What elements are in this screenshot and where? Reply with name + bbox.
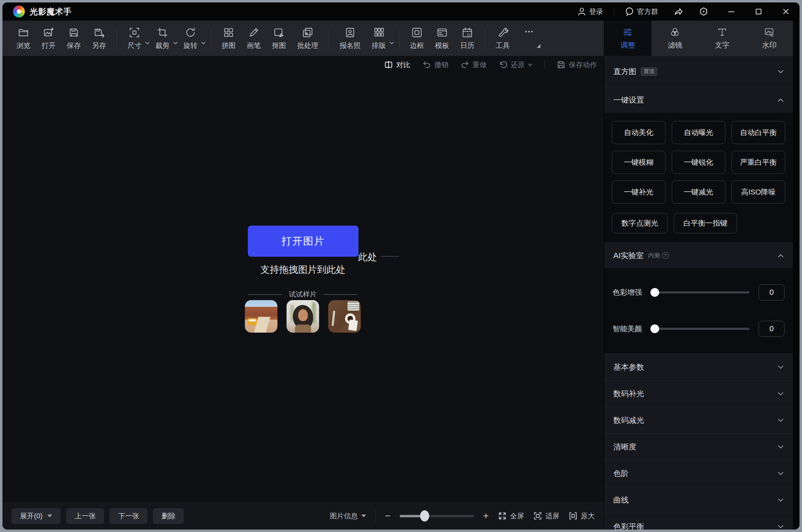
save-button[interactable]: 保存: [61, 24, 86, 52]
save-as-label: 另存: [92, 41, 106, 50]
section-clarity[interactable]: 清晰度: [604, 433, 793, 460]
one-click-dim-light-button[interactable]: 一键减光: [672, 180, 725, 204]
help-circle-icon[interactable]: ?: [662, 252, 669, 259]
zoom-slider[interactable]: [400, 515, 474, 517]
one-click-section-header[interactable]: 一键设置: [604, 87, 793, 113]
settings-gear-button[interactable]: [699, 7, 709, 16]
resize-button[interactable]: 尺寸: [122, 24, 147, 52]
sample-thumbnail-desk[interactable]: [328, 300, 361, 333]
section-digital-fill-light[interactable]: 数码补光: [604, 380, 793, 407]
sample-thumbnail-canyon[interactable]: [245, 300, 278, 333]
login-button[interactable]: 登录: [577, 7, 603, 16]
histogram-title: 直方图: [613, 66, 636, 77]
white-balance-one-key-button[interactable]: 白平衡一指键: [674, 213, 737, 233]
redo-button[interactable]: 重做: [460, 60, 487, 70]
restore-icon: [498, 60, 508, 69]
section-curves[interactable]: 曲线: [604, 487, 793, 513]
smart-beauty-slider[interactable]: [651, 328, 749, 330]
compare-icon: [384, 60, 393, 69]
severe-white-balance-button[interactable]: 严重白平衡: [732, 151, 785, 174]
color-enhance-slider[interactable]: [651, 291, 749, 293]
ai-lab-chevron-up-icon[interactable]: [777, 254, 784, 258]
open-image-button[interactable]: 打开图片: [248, 226, 358, 257]
redo-label: 重做: [473, 60, 487, 70]
close-button[interactable]: [781, 7, 790, 16]
zoom-in-button[interactable]: +: [483, 511, 489, 521]
save-as-button[interactable]: 另存: [86, 24, 112, 52]
save-action-label: 保存动作: [569, 60, 597, 70]
expand-button[interactable]: 展开(0): [12, 508, 61, 524]
compare-button[interactable]: 对比: [384, 60, 410, 70]
previous-image-button[interactable]: 上一张: [66, 508, 104, 524]
sample-thumbnail-portrait[interactable]: [287, 300, 319, 333]
tab-text[interactable]: 文字: [699, 21, 746, 56]
cutout-button[interactable]: 抠图: [266, 24, 292, 52]
auto-exposure-button[interactable]: 自动曝光: [672, 121, 725, 144]
rotate-button[interactable]: 旋转: [178, 24, 203, 52]
one-click-chevron-up-icon[interactable]: [777, 98, 784, 102]
crop-button[interactable]: 裁剪: [150, 24, 175, 52]
zoom-slider-thumb[interactable]: [420, 510, 429, 522]
histogram-chevron-down-icon[interactable]: [777, 70, 784, 74]
restore-button[interactable]: 还原: [498, 60, 532, 70]
digital-spot-metering-button[interactable]: 数字点测光: [612, 213, 668, 233]
tab-filter[interactable]: 滤镜: [651, 21, 699, 56]
color-enhance-value[interactable]: 0: [759, 284, 784, 300]
chevron-down-icon: [777, 498, 784, 502]
zoom-out-button[interactable]: −: [385, 511, 390, 521]
brush-button[interactable]: 画笔: [241, 24, 266, 52]
toolbar-divider: [211, 29, 211, 48]
auto-white-balance-button[interactable]: 自动白平衡: [732, 121, 785, 144]
app-window: 光影魔术手 登录 官方群: [2, 2, 800, 530]
adjust-panel: 调整 滤镜 文字 水印 直方图 置顶: [604, 21, 793, 530]
minimize-button[interactable]: [727, 7, 736, 16]
auto-beautify-button[interactable]: 自动美化: [612, 121, 665, 144]
template-button[interactable]: 模板: [430, 24, 455, 52]
fullscreen-button[interactable]: 全屏: [498, 511, 524, 521]
share-button[interactable]: [674, 7, 683, 16]
image-info-button[interactable]: 图片信息: [330, 511, 366, 521]
calendar-button[interactable]: 12 日历: [455, 24, 480, 52]
one-click-sharpen-button[interactable]: 一键锐化: [672, 151, 725, 174]
color-enhance-slider-thumb[interactable]: [650, 288, 659, 297]
layout-button[interactable]: 排版: [366, 24, 391, 52]
official-group-button[interactable]: 官方群: [625, 7, 658, 16]
high-iso-denoise-button[interactable]: 高ISO降噪: [732, 180, 785, 204]
maximize-button[interactable]: [754, 7, 763, 16]
section-digital-dim-light[interactable]: 数码减光: [604, 407, 793, 433]
restore-chevron-down-icon[interactable]: [528, 63, 532, 66]
smart-beauty-value[interactable]: 0: [759, 321, 784, 337]
delete-image-button[interactable]: 删除: [153, 508, 184, 524]
one-click-blur-button[interactable]: 一键模糊: [612, 151, 665, 174]
section-levels[interactable]: 色阶: [604, 460, 793, 487]
watermark-icon: [764, 27, 775, 37]
tab-watermark[interactable]: 水印: [746, 21, 793, 56]
section-basic-params[interactable]: 基本参数: [604, 354, 793, 380]
browse-button[interactable]: 浏览: [11, 24, 36, 52]
wrench-icon: [497, 27, 509, 38]
open-button[interactable]: 打开: [36, 24, 61, 52]
histogram-section-header[interactable]: 直方图 置顶: [604, 56, 793, 87]
next-image-button[interactable]: 下一张: [110, 508, 147, 524]
collage-button[interactable]: 拼图: [216, 24, 241, 52]
color-enhance-label: 色彩增强: [613, 288, 642, 297]
tab-adjust[interactable]: 调整: [604, 21, 651, 56]
tools-button[interactable]: 工具: [490, 24, 515, 52]
one-click-button-grid: 自动美化 自动曝光 自动白平衡 一键模糊 一键锐化 严重白平衡 一键补光 一键减…: [612, 121, 785, 204]
app-logo-icon: [13, 6, 25, 17]
one-click-fill-light-button[interactable]: 一键补光: [612, 180, 665, 204]
undo-button[interactable]: 撤销: [422, 60, 448, 70]
smart-beauty-row: 智能美颜 0: [612, 313, 785, 345]
more-tools-button[interactable]: [515, 26, 543, 51]
batch-button[interactable]: 批处理: [292, 24, 324, 52]
section-color-balance[interactable]: 色彩平衡: [604, 513, 793, 530]
login-label: 登录: [589, 7, 603, 16]
save-action-button[interactable]: 保存动作: [557, 60, 597, 70]
fit-screen-button[interactable]: 适屏: [533, 511, 559, 521]
smart-beauty-slider-thumb[interactable]: [650, 325, 659, 333]
official-group-label: 官方群: [637, 7, 658, 16]
ai-lab-section-header[interactable]: AI实验室 内测 ?: [604, 242, 793, 268]
id-photo-button[interactable]: 报名照: [334, 24, 366, 52]
actual-size-button[interactable]: 原大: [569, 511, 595, 521]
frame-button[interactable]: 边框: [404, 24, 430, 52]
